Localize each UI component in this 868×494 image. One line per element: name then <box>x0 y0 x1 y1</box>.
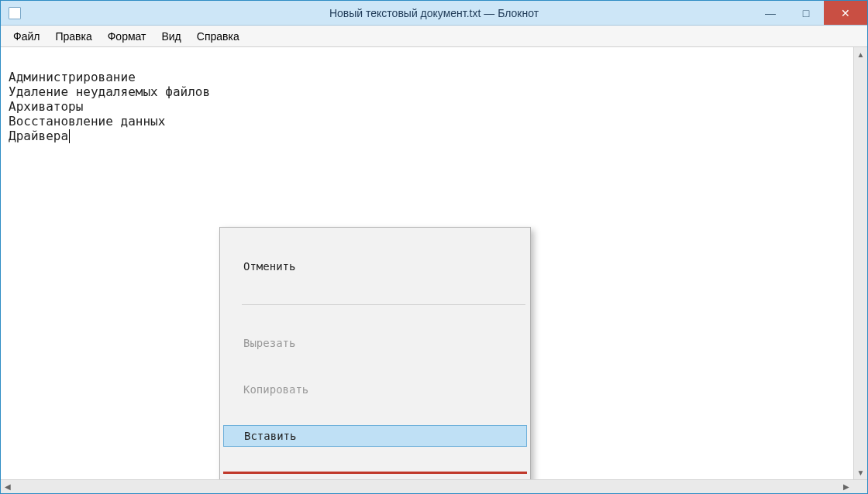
ctx-paste[interactable]: Вставить <box>223 425 527 447</box>
menu-view[interactable]: Вид <box>153 27 188 46</box>
editor-line: Удаление неудаляемых файлов <box>9 84 210 99</box>
window-title: Новый текстовый документ.txt — Блокнот <box>1 7 867 19</box>
menu-file[interactable]: Файл <box>5 27 47 46</box>
separator <box>242 304 525 305</box>
menu-help[interactable]: Справка <box>189 27 247 46</box>
scroll-track[interactable] <box>15 480 839 493</box>
editor-line: Архиваторы <box>9 99 83 114</box>
window-controls: — □ ✕ <box>753 1 867 25</box>
ctx-undo[interactable]: Отменить <box>222 256 529 277</box>
editor-line: Драйвера <box>9 129 68 143</box>
app-window: Новый текстовый документ.txt — Блокнот —… <box>0 0 868 494</box>
app-icon <box>9 7 21 19</box>
horizontal-scrollbar[interactable]: ◀ ▶ <box>1 479 867 493</box>
editor-line: Восстановление данных <box>9 114 165 129</box>
menu-edit[interactable]: Правка <box>47 27 99 46</box>
scroll-right-icon[interactable]: ▶ <box>839 480 853 493</box>
ctx-copy[interactable]: Копировать <box>222 379 529 400</box>
editor-line: Администрирование <box>9 70 136 84</box>
vertical-scrollbar[interactable]: ▲ ▼ <box>853 47 867 479</box>
editor-area: Администрирование Удаление неудаляемых ф… <box>1 47 867 479</box>
menu-format[interactable]: Формат <box>100 27 154 46</box>
titlebar[interactable]: Новый текстовый документ.txt — Блокнот —… <box>1 1 867 26</box>
resize-grip[interactable] <box>853 480 867 493</box>
close-button[interactable]: ✕ <box>824 1 867 25</box>
scroll-down-icon[interactable]: ▼ <box>854 465 867 479</box>
highlight-underline <box>223 472 527 474</box>
scroll-left-icon[interactable]: ◀ <box>1 480 15 493</box>
text-editor[interactable]: Администрирование Удаление неудаляемых ф… <box>1 47 853 479</box>
menubar: Файл Правка Формат Вид Справка <box>1 26 867 47</box>
text-cursor <box>69 129 70 143</box>
maximize-button[interactable]: □ <box>788 1 824 25</box>
ctx-cut[interactable]: Вырезать <box>222 332 529 354</box>
context-menu: Отменить Вырезать Копировать Вставить Уд… <box>219 227 531 479</box>
minimize-button[interactable]: — <box>753 1 788 25</box>
scroll-up-icon[interactable]: ▲ <box>854 47 867 61</box>
